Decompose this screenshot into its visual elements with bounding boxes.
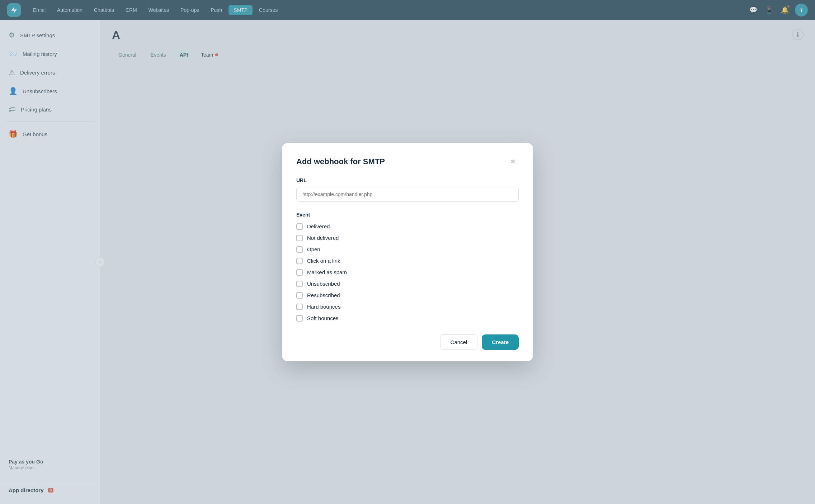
- event-item-open[interactable]: Open: [296, 246, 519, 253]
- checkbox-label-hard-bounces: Hard bounces: [307, 304, 340, 310]
- checkbox-hard-bounces[interactable]: [296, 304, 303, 310]
- event-item-not-delivered[interactable]: Not delivered: [296, 235, 519, 241]
- checkbox-soft-bounces[interactable]: [296, 315, 303, 322]
- checkbox-label-open: Open: [307, 246, 320, 252]
- event-item-unsubscribed[interactable]: Unsubscribed: [296, 281, 519, 287]
- checkbox-delivered[interactable]: [296, 223, 303, 230]
- url-label: URL: [296, 177, 519, 183]
- modal-close-btn[interactable]: ×: [507, 156, 519, 167]
- modal-footer: Cancel Create: [296, 334, 519, 350]
- checkbox-resubscribed[interactable]: [296, 292, 303, 299]
- create-button[interactable]: Create: [482, 334, 519, 350]
- checkbox-label-unsubscribed: Unsubscribed: [307, 281, 340, 287]
- url-input[interactable]: [296, 187, 519, 202]
- event-section-label: Event: [296, 212, 519, 218]
- event-item-soft-bounces[interactable]: Soft bounces: [296, 315, 519, 322]
- modal-overlay[interactable]: Add webhook for SMTP × URL Event Deliver…: [0, 0, 815, 504]
- event-item-delivered[interactable]: Delivered: [296, 223, 519, 230]
- add-webhook-modal: Add webhook for SMTP × URL Event Deliver…: [282, 143, 533, 361]
- checkbox-label-click-link: Click on a link: [307, 258, 340, 264]
- checkbox-open[interactable]: [296, 246, 303, 253]
- checkbox-label-resubscribed: Resubscribed: [307, 292, 340, 298]
- checkbox-label-spam: Marked as spam: [307, 269, 347, 275]
- modal-header: Add webhook for SMTP ×: [296, 156, 519, 167]
- checkbox-spam[interactable]: [296, 269, 303, 276]
- cancel-button[interactable]: Cancel: [440, 334, 478, 350]
- event-item-resubscribed[interactable]: Resubscribed: [296, 292, 519, 299]
- checkbox-unsubscribed[interactable]: [296, 281, 303, 287]
- modal-title: Add webhook for SMTP: [296, 157, 385, 166]
- checkbox-label-not-delivered: Not delivered: [307, 235, 339, 241]
- event-item-spam[interactable]: Marked as spam: [296, 269, 519, 276]
- checkbox-click-link[interactable]: [296, 258, 303, 264]
- checkbox-label-delivered: Delivered: [307, 223, 330, 229]
- checkbox-not-delivered[interactable]: [296, 235, 303, 241]
- event-checkbox-list: Delivered Not delivered Open Click on a …: [296, 223, 519, 322]
- event-item-click-link[interactable]: Click on a link: [296, 258, 519, 264]
- checkbox-label-soft-bounces: Soft bounces: [307, 315, 339, 321]
- event-item-hard-bounces[interactable]: Hard bounces: [296, 304, 519, 310]
